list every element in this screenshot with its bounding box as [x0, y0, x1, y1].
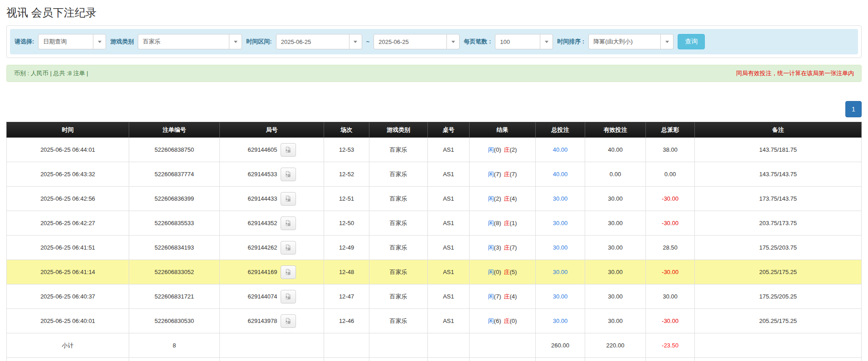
banker-score: (4)	[510, 293, 517, 300]
table-row: 2025-06-25 06:42:56 522606836399 6291444…	[7, 187, 862, 211]
video-replay-button[interactable]	[281, 168, 296, 181]
game-type-cell: 百家乐	[369, 138, 428, 162]
column-header: 场次	[324, 122, 369, 138]
page: 视讯 会员下注纪录 请选择: 日期查询 游戏类别 百家乐 时间区间: 2025-…	[0, 0, 868, 361]
remark-cell: 143.75/181.75	[695, 138, 862, 162]
result-cell: 闲(0)庄(2)	[470, 138, 536, 162]
session-cell: 12-48	[324, 260, 369, 284]
total-bet-link[interactable]: 30.00	[553, 244, 568, 251]
total-bet-link[interactable]: 30.00	[553, 220, 568, 226]
bet-id-cell: 522606835533	[129, 211, 220, 236]
empty-cell	[428, 333, 470, 358]
player-label: 闲	[488, 220, 494, 226]
valid-bet-cell: 30.00	[585, 309, 646, 333]
total-bet-cell: 30.00	[536, 284, 585, 309]
round-id-cell: 629144605	[220, 138, 324, 162]
banker-label: 庄	[504, 195, 510, 202]
round-id: 629144169	[247, 269, 277, 275]
time-range-label: 时间区间:	[246, 38, 272, 46]
total-total-bet: 260.00	[536, 358, 585, 361]
total-bet-link[interactable]: 40.00	[553, 171, 568, 178]
per-page-value: 100	[495, 39, 514, 45]
subtotal-valid-bet: 220.00	[585, 333, 646, 358]
video-file-icon	[285, 146, 291, 153]
bet-id-cell: 522606831721	[129, 284, 220, 309]
bet-time-cell: 2025-06-25 06:41:14	[7, 260, 129, 284]
table-row: 2025-06-25 06:44:01 522606838750 6291446…	[7, 138, 862, 162]
page-1-button[interactable]: 1	[845, 101, 862, 117]
round-id-cell: 629144169	[220, 260, 324, 284]
video-file-icon	[285, 195, 291, 202]
game-category-select[interactable]: 百家乐	[138, 34, 242, 49]
total-bet-link[interactable]: 30.00	[553, 293, 568, 300]
video-replay-button[interactable]	[281, 192, 296, 206]
video-replay-button[interactable]	[281, 290, 296, 303]
payout-cell: 28.50	[646, 236, 695, 260]
video-file-icon	[285, 293, 291, 300]
summary-note: 同局有效投注，统一计算在该局第一张注单内	[736, 69, 854, 77]
total-bet-link[interactable]: 30.00	[553, 195, 568, 202]
game-type-cell: 百家乐	[369, 284, 428, 309]
video-replay-button[interactable]	[281, 314, 296, 328]
total-bet-link[interactable]: 40.00	[553, 146, 568, 153]
video-replay-button[interactable]	[281, 217, 296, 230]
video-file-icon	[285, 244, 291, 251]
query-button[interactable]: 查询	[678, 34, 705, 49]
remark-cell: 203.75/173.75	[695, 211, 862, 236]
banker-label: 庄	[504, 318, 510, 324]
chevron-down-icon	[229, 34, 242, 49]
total-bet-link[interactable]: 30.00	[553, 269, 568, 275]
payout-cell: -30.00	[646, 211, 695, 236]
time-sort-select[interactable]: 降冪(由大到小)	[588, 34, 674, 49]
video-replay-button[interactable]	[281, 143, 296, 157]
game-type-cell: 百家乐	[369, 260, 428, 284]
total-row: 总计 8 260.00 220.00 -23.50	[7, 358, 862, 361]
bet-time-cell: 2025-06-25 06:42:56	[7, 187, 129, 211]
remark-cell: 143.75/143.75	[695, 162, 862, 187]
game-type-cell: 百家乐	[369, 162, 428, 187]
filter-panel: 请选择: 日期查询 游戏类别 百家乐 时间区间: 2025-06-25 ~ 20…	[6, 25, 862, 58]
date-from-select[interactable]: 2025-06-25	[276, 34, 362, 49]
chevron-down-icon	[660, 34, 673, 49]
remark-cell: 175.25/203.75	[695, 236, 862, 260]
game-type-cell: 百家乐	[369, 309, 428, 333]
time-sort-value: 降冪(由大到小)	[589, 38, 637, 46]
date-to-select[interactable]: 2025-06-25	[373, 34, 460, 49]
currency-summary: 币别 : 人民币 | 总共 :8 注单 |	[14, 69, 88, 77]
column-header: 备注	[695, 122, 862, 138]
player-score: (6)	[494, 318, 501, 324]
round-id: 629144433	[247, 195, 277, 202]
video-replay-button[interactable]	[281, 265, 296, 279]
video-replay-button[interactable]	[281, 241, 296, 255]
remark-cell: 205.25/175.25	[695, 309, 862, 333]
banker-score: (7)	[510, 171, 517, 178]
video-file-icon	[285, 269, 291, 275]
total-count: 8	[129, 358, 220, 361]
table-row: 2025-06-25 06:40:01 522606830530 6291439…	[7, 309, 862, 333]
payout-cell: 30.00	[646, 284, 695, 309]
result-cell: 闲(6)庄(0)	[470, 309, 536, 333]
column-header: 局号	[220, 122, 324, 138]
remark-cell: 175.25/205.25	[695, 284, 862, 309]
round-id: 629144605	[247, 146, 277, 153]
query-type-select[interactable]: 日期查询	[38, 34, 106, 49]
result-cell: 闲(7)庄(7)	[470, 162, 536, 187]
result-cell: 闲(2)庄(4)	[470, 187, 536, 211]
payout-cell: -30.00	[646, 187, 695, 211]
remark-cell: 205.25/175.25	[695, 260, 862, 284]
player-label: 闲	[488, 318, 494, 324]
valid-bet-cell: 0.00	[585, 162, 646, 187]
date-to-value: 2025-06-25	[374, 39, 413, 45]
table-number-cell: AS1	[428, 211, 470, 236]
table-row: 2025-06-25 06:40:37 522606831721 6291440…	[7, 284, 862, 309]
video-file-icon	[285, 318, 291, 324]
payout-cell: -30.00	[646, 260, 695, 284]
game-type-cell: 百家乐	[369, 187, 428, 211]
player-label: 闲	[488, 195, 494, 202]
banker-score: (5)	[510, 269, 517, 275]
per-page-select[interactable]: 100	[495, 34, 553, 49]
total-bet-link[interactable]: 30.00	[553, 318, 568, 324]
empty-cell	[369, 358, 428, 361]
video-file-icon	[285, 220, 291, 226]
subtotal-count: 8	[129, 333, 220, 358]
